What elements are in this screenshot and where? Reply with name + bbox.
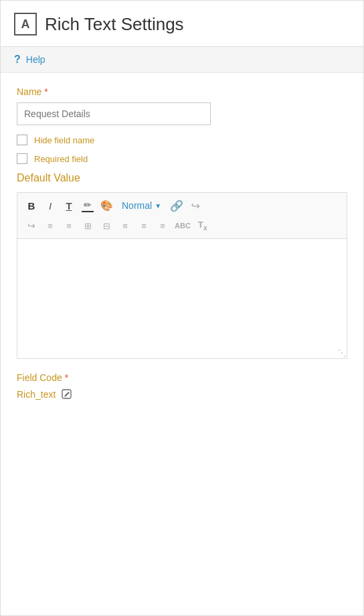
required-field-checkbox[interactable]	[17, 153, 27, 164]
paint-bucket-button[interactable]: 🎨	[98, 197, 115, 214]
link-icon: 🔗	[170, 200, 183, 212]
paint-icon: 🎨	[100, 200, 113, 212]
content-area: Name * Hide field name Required field De…	[1, 73, 363, 414]
font-style-dropdown[interactable]: Normal ▼	[116, 197, 167, 214]
field-code-value: Rich_text	[17, 389, 56, 400]
field-code-required-star: *	[65, 372, 68, 383]
rich-text-toolbar: B I T ✏ 🎨 Normal	[17, 192, 347, 359]
align-left-button[interactable]: ≡	[116, 217, 134, 234]
field-code-edit-icon[interactable]	[61, 388, 73, 400]
field-code-label-text: Field Code	[17, 372, 62, 383]
resize-handle: ⋱	[338, 348, 346, 358]
help-link[interactable]: Help	[26, 54, 46, 65]
align-center-icon: ≡	[141, 221, 147, 231]
page-title: Rich Text Settings	[45, 14, 184, 35]
ol-icon: ≡	[66, 221, 72, 231]
redo-button[interactable]: ↪	[23, 217, 40, 234]
hide-field-name-label: Hide field name	[34, 135, 94, 145]
required-field-row: Required field	[17, 153, 347, 164]
unordered-list-button[interactable]: ≡	[41, 217, 59, 234]
field-code-value-row: Rich_text	[17, 388, 347, 400]
indent-increase-button[interactable]: ⊞	[79, 217, 96, 234]
name-required-star: *	[44, 86, 48, 97]
undo-button[interactable]: ↩	[187, 197, 204, 214]
editor-wrap: ⋱	[17, 238, 347, 359]
align-left-icon: ≡	[122, 221, 128, 231]
page-header: A Rich Text Settings	[1, 1, 363, 47]
default-value-label: Default Value	[17, 172, 347, 184]
pen-color-button[interactable]: ✏	[79, 197, 96, 214]
hide-field-name-checkbox[interactable]	[17, 135, 27, 145]
underline-icon: T	[66, 200, 72, 212]
align-right-button[interactable]: ≡	[154, 217, 171, 234]
name-field-label: Name *	[17, 86, 347, 97]
rich-text-editor[interactable]	[17, 238, 347, 359]
indent-dec-icon: ⊟	[103, 221, 110, 231]
abc-icon: ABC	[175, 222, 191, 230]
pen-bar	[82, 211, 94, 212]
underline-button[interactable]: T	[60, 197, 78, 214]
name-input[interactable]	[17, 102, 211, 125]
indent-decrease-button[interactable]: ⊟	[98, 217, 115, 234]
ordered-list-button[interactable]: ≡	[60, 217, 78, 234]
italic-button[interactable]: I	[41, 197, 59, 214]
help-question-icon: ?	[14, 54, 21, 66]
dropdown-label: Normal	[122, 200, 152, 211]
field-code-section: Field Code * Rich_text	[17, 372, 347, 400]
hide-field-name-row: Hide field name	[17, 135, 347, 145]
bold-button[interactable]: B	[23, 197, 40, 214]
dropdown-arrow-icon: ▼	[155, 202, 161, 210]
spellcheck-button[interactable]: ABC	[173, 217, 193, 234]
toolbar-row-2: ↪ ≡ ≡ ⊞ ⊟ ≡	[23, 217, 341, 234]
field-code-label: Field Code *	[17, 372, 347, 383]
help-bar[interactable]: ? Help	[1, 47, 363, 73]
redo-icon: ↪	[27, 220, 35, 231]
clear-format-button[interactable]: Tx	[194, 217, 211, 234]
indent-inc-icon: ⊞	[84, 221, 92, 231]
ul-icon: ≡	[48, 221, 53, 231]
header-icon: A	[14, 13, 37, 35]
align-center-button[interactable]: ≡	[135, 217, 153, 234]
required-field-label: Required field	[34, 154, 88, 164]
toolbar-row-1: B I T ✏ 🎨 Normal	[23, 197, 341, 214]
name-label-text: Name	[17, 86, 41, 97]
undo-icon: ↩	[191, 200, 200, 212]
clear-format-icon: Tx	[198, 220, 207, 232]
align-right-icon: ≡	[160, 221, 165, 231]
link-button[interactable]: 🔗	[168, 197, 185, 214]
